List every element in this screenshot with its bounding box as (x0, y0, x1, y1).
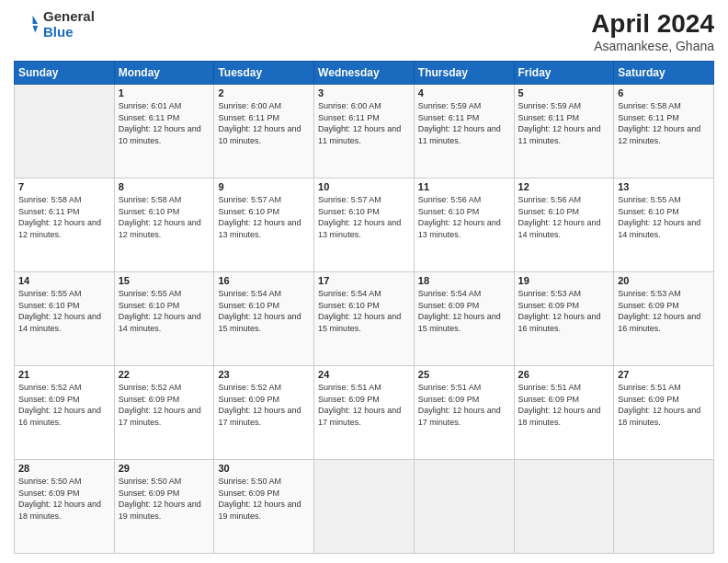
day-info: Sunrise: 5:53 AMSunset: 6:09 PMDaylight:… (618, 288, 710, 334)
column-header-tuesday: Tuesday (214, 62, 314, 85)
calendar-week-5: 28Sunrise: 5:50 AMSunset: 6:09 PMDayligh… (15, 460, 714, 554)
day-number: 22 (119, 369, 210, 380)
day-info: Sunrise: 5:54 AMSunset: 6:10 PMDaylight:… (218, 288, 310, 334)
day-number: 12 (518, 181, 610, 192)
calendar-cell: 6Sunrise: 5:58 AMSunset: 6:11 PMDaylight… (614, 85, 714, 178)
header: General Blue April 2024 Asamankese, Ghan… (14, 9, 714, 53)
day-number: 4 (418, 87, 510, 98)
day-info: Sunrise: 5:59 AMSunset: 6:11 PMDaylight:… (418, 100, 510, 146)
calendar-cell (314, 460, 415, 554)
day-number: 15 (119, 275, 210, 286)
calendar-cell: 8Sunrise: 5:58 AMSunset: 6:10 PMDaylight… (114, 178, 214, 272)
calendar-cell: 2Sunrise: 6:00 AMSunset: 6:11 PMDaylight… (214, 85, 314, 178)
day-number: 23 (218, 369, 310, 380)
location: Asamankese, Ghana (591, 39, 714, 53)
day-info: Sunrise: 5:57 AMSunset: 6:10 PMDaylight:… (218, 194, 310, 240)
day-info: Sunrise: 5:58 AMSunset: 6:10 PMDaylight:… (119, 194, 210, 240)
day-number: 5 (518, 87, 610, 98)
calendar-cell: 1Sunrise: 6:01 AMSunset: 6:11 PMDaylight… (114, 85, 214, 178)
calendar-cell: 7Sunrise: 5:58 AMSunset: 6:11 PMDaylight… (15, 178, 115, 272)
day-info: Sunrise: 5:51 AMSunset: 6:09 PMDaylight:… (618, 382, 710, 428)
day-number: 25 (418, 369, 510, 380)
day-number: 24 (318, 369, 410, 380)
day-number: 9 (218, 181, 310, 192)
calendar-cell: 20Sunrise: 5:53 AMSunset: 6:09 PMDayligh… (614, 272, 714, 366)
calendar-cell: 17Sunrise: 5:54 AMSunset: 6:10 PMDayligh… (314, 272, 415, 366)
day-info: Sunrise: 5:55 AMSunset: 6:10 PMDaylight:… (18, 288, 110, 334)
day-number: 20 (618, 275, 710, 286)
day-number: 19 (518, 275, 610, 286)
calendar-cell: 30Sunrise: 5:50 AMSunset: 6:09 PMDayligh… (214, 460, 314, 554)
calendar-cell: 11Sunrise: 5:56 AMSunset: 6:10 PMDayligh… (414, 178, 514, 272)
day-info: Sunrise: 5:55 AMSunset: 6:10 PMDaylight:… (618, 194, 710, 240)
day-info: Sunrise: 6:00 AMSunset: 6:11 PMDaylight:… (318, 100, 410, 146)
day-number: 28 (18, 463, 110, 474)
svg-marker-1 (33, 25, 39, 31)
day-info: Sunrise: 6:01 AMSunset: 6:11 PMDaylight:… (119, 100, 210, 146)
logo-blue: Blue (43, 25, 95, 40)
day-number: 21 (18, 369, 110, 380)
calendar-cell: 28Sunrise: 5:50 AMSunset: 6:09 PMDayligh… (15, 460, 115, 554)
day-number: 27 (618, 369, 710, 380)
month-year: April 2024 (591, 9, 714, 39)
day-number: 2 (218, 87, 310, 98)
day-number: 17 (318, 275, 410, 286)
day-info: Sunrise: 5:59 AMSunset: 6:11 PMDaylight:… (518, 100, 610, 146)
calendar-cell: 15Sunrise: 5:55 AMSunset: 6:10 PMDayligh… (114, 272, 214, 366)
calendar-cell: 12Sunrise: 5:56 AMSunset: 6:10 PMDayligh… (514, 178, 614, 272)
day-number: 14 (18, 275, 110, 286)
calendar-cell: 23Sunrise: 5:52 AMSunset: 6:09 PMDayligh… (214, 366, 314, 460)
calendar-cell: 14Sunrise: 5:55 AMSunset: 6:10 PMDayligh… (15, 272, 115, 366)
day-number: 18 (418, 275, 510, 286)
column-header-thursday: Thursday (414, 62, 514, 85)
calendar-cell: 5Sunrise: 5:59 AMSunset: 6:11 PMDaylight… (514, 85, 614, 178)
calendar-cell: 19Sunrise: 5:53 AMSunset: 6:09 PMDayligh… (514, 272, 614, 366)
calendar-cell: 16Sunrise: 5:54 AMSunset: 6:10 PMDayligh… (214, 272, 314, 366)
day-info: Sunrise: 5:54 AMSunset: 6:10 PMDaylight:… (318, 288, 410, 334)
page: General Blue April 2024 Asamankese, Ghan… (0, 0, 728, 563)
day-info: Sunrise: 5:54 AMSunset: 6:09 PMDaylight:… (418, 288, 510, 334)
day-number: 1 (119, 87, 210, 98)
svg-marker-0 (33, 15, 39, 23)
column-header-wednesday: Wednesday (314, 62, 415, 85)
logo-general: General (43, 9, 95, 25)
day-info: Sunrise: 5:50 AMSunset: 6:09 PMDaylight:… (218, 476, 310, 522)
column-header-friday: Friday (514, 62, 614, 85)
day-info: Sunrise: 5:51 AMSunset: 6:09 PMDaylight:… (518, 382, 610, 428)
day-number: 16 (218, 275, 310, 286)
calendar-cell (15, 85, 115, 178)
day-number: 10 (318, 181, 410, 192)
title-block: April 2024 Asamankese, Ghana (591, 9, 714, 53)
day-number: 29 (119, 463, 210, 474)
calendar-cell: 27Sunrise: 5:51 AMSunset: 6:09 PMDayligh… (614, 366, 714, 460)
day-info: Sunrise: 5:52 AMSunset: 6:09 PMDaylight:… (18, 382, 110, 428)
calendar-cell: 13Sunrise: 5:55 AMSunset: 6:10 PMDayligh… (614, 178, 714, 272)
calendar-week-1: 1Sunrise: 6:01 AMSunset: 6:11 PMDaylight… (15, 85, 714, 178)
calendar-cell: 4Sunrise: 5:59 AMSunset: 6:11 PMDaylight… (414, 85, 514, 178)
calendar-cell: 3Sunrise: 6:00 AMSunset: 6:11 PMDaylight… (314, 85, 415, 178)
day-number: 30 (218, 463, 310, 474)
day-info: Sunrise: 5:57 AMSunset: 6:10 PMDaylight:… (318, 194, 410, 240)
calendar-cell (414, 460, 514, 554)
day-info: Sunrise: 5:52 AMSunset: 6:09 PMDaylight:… (218, 382, 310, 428)
day-info: Sunrise: 5:58 AMSunset: 6:11 PMDaylight:… (18, 194, 110, 240)
calendar-header-row: SundayMondayTuesdayWednesdayThursdayFrid… (15, 62, 714, 85)
column-header-saturday: Saturday (614, 62, 714, 85)
logo-icon (14, 12, 40, 38)
calendar-cell: 25Sunrise: 5:51 AMSunset: 6:09 PMDayligh… (414, 366, 514, 460)
calendar-cell: 9Sunrise: 5:57 AMSunset: 6:10 PMDaylight… (214, 178, 314, 272)
calendar-week-2: 7Sunrise: 5:58 AMSunset: 6:11 PMDaylight… (15, 178, 714, 272)
day-info: Sunrise: 5:58 AMSunset: 6:11 PMDaylight:… (618, 100, 710, 146)
calendar-cell: 29Sunrise: 5:50 AMSunset: 6:09 PMDayligh… (114, 460, 214, 554)
column-header-monday: Monday (114, 62, 214, 85)
calendar-cell: 10Sunrise: 5:57 AMSunset: 6:10 PMDayligh… (314, 178, 415, 272)
logo-text: General Blue (43, 9, 95, 40)
calendar-week-3: 14Sunrise: 5:55 AMSunset: 6:10 PMDayligh… (15, 272, 714, 366)
logo: General Blue (14, 9, 95, 40)
day-info: Sunrise: 5:55 AMSunset: 6:10 PMDaylight:… (119, 288, 210, 334)
day-number: 7 (18, 181, 110, 192)
calendar-table: SundayMondayTuesdayWednesdayThursdayFrid… (14, 61, 714, 554)
day-info: Sunrise: 5:52 AMSunset: 6:09 PMDaylight:… (119, 382, 210, 428)
calendar-cell: 24Sunrise: 5:51 AMSunset: 6:09 PMDayligh… (314, 366, 415, 460)
column-header-sunday: Sunday (15, 62, 115, 85)
